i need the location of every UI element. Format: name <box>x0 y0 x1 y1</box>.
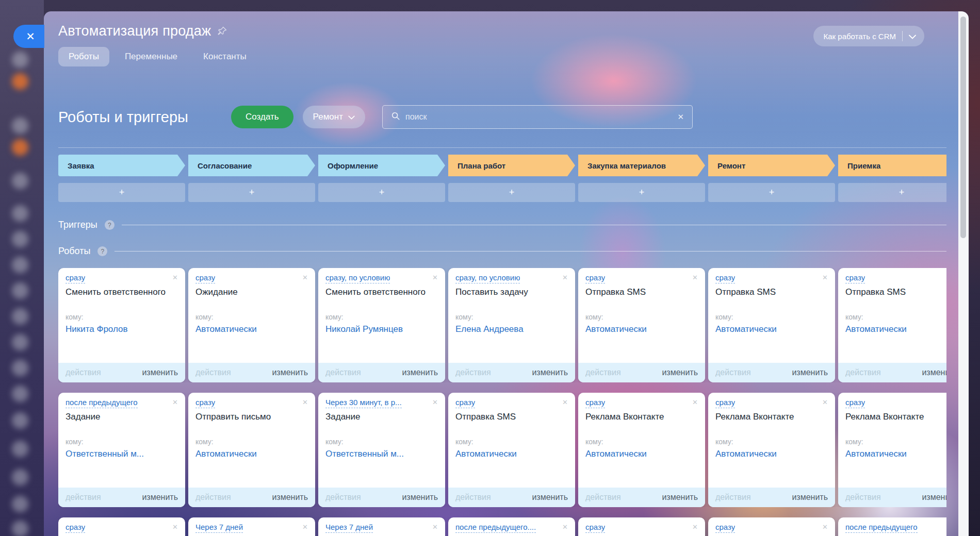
robot-assignee-link[interactable]: Николай Румянцев <box>325 324 438 334</box>
robot-actions-link[interactable]: действия <box>715 493 751 502</box>
robot-actions-link[interactable]: действия <box>325 493 361 502</box>
robot-actions-link[interactable]: действия <box>195 493 231 502</box>
robot-trigger-link[interactable]: сразу, по условию <box>325 273 390 283</box>
robot-trigger-link[interactable]: сразу <box>715 273 735 283</box>
close-icon[interactable]: ✕ <box>822 398 828 406</box>
robot-trigger-link[interactable]: сразу <box>585 398 605 408</box>
robot-edit-link[interactable]: изменить <box>532 493 568 502</box>
close-icon[interactable]: ✕ <box>432 523 438 530</box>
close-icon[interactable]: ✕ <box>172 273 178 281</box>
robot-actions-link[interactable]: действия <box>585 493 621 502</box>
robot-assignee-link[interactable]: Автоматически <box>845 449 946 459</box>
robot-actions-link[interactable]: действия <box>66 493 101 502</box>
robot-trigger-link[interactable]: сразу <box>715 523 735 533</box>
add-robot-button[interactable]: + <box>708 183 835 202</box>
robot-actions-link[interactable]: действия <box>455 493 491 502</box>
add-robot-button[interactable]: + <box>58 183 185 202</box>
robot-assignee-link[interactable]: Ответственный м... <box>66 449 178 459</box>
close-icon[interactable]: ✕ <box>172 398 178 406</box>
pin-icon[interactable] <box>217 26 227 38</box>
robot-trigger-link[interactable]: после предыдущего.... <box>455 523 536 533</box>
close-icon[interactable]: ✕ <box>692 398 698 406</box>
close-icon[interactable]: ✕ <box>172 523 178 530</box>
robot-assignee-link[interactable]: Автоматически <box>715 449 828 459</box>
robot-edit-link[interactable]: изменить <box>922 493 946 502</box>
close-icon[interactable]: ✕ <box>692 523 698 530</box>
tab-variables[interactable]: Переменные <box>115 47 188 66</box>
close-icon[interactable]: ✕ <box>302 523 308 530</box>
create-button[interactable]: Создать <box>231 106 293 128</box>
scrollbar-track[interactable] <box>958 11 969 536</box>
stage-oformlenie[interactable]: Оформление <box>318 155 445 176</box>
robot-trigger-link[interactable]: сразу <box>195 398 215 408</box>
robot-edit-link[interactable]: изменить <box>272 368 308 377</box>
robot-trigger-link[interactable]: сразу <box>715 398 735 408</box>
close-icon[interactable]: ✕ <box>692 273 698 281</box>
add-robot-button[interactable]: + <box>318 183 445 202</box>
robot-edit-link[interactable]: изменить <box>922 368 946 377</box>
robot-assignee-link[interactable]: Ответственный м... <box>325 449 438 459</box>
close-icon[interactable]: ✕ <box>432 398 438 406</box>
robot-edit-link[interactable]: изменить <box>532 368 568 377</box>
stage-priemka[interactable]: Приемка <box>838 155 946 176</box>
robot-trigger-link[interactable]: сразу <box>66 273 85 283</box>
robot-actions-link[interactable]: действия <box>845 493 881 502</box>
robot-trigger-link[interactable]: сразу <box>845 273 865 283</box>
help-question-icon[interactable]: ? <box>97 246 107 256</box>
add-robot-button[interactable]: + <box>448 183 575 202</box>
robot-trigger-link[interactable]: после предыдущего <box>845 523 918 533</box>
robot-assignee-link[interactable]: Автоматически <box>715 324 828 334</box>
robot-assignee-link[interactable]: Автоматически <box>195 324 308 334</box>
robot-assignee-link[interactable]: Автоматически <box>585 324 698 334</box>
robot-edit-link[interactable]: изменить <box>792 368 828 377</box>
robot-assignee-link[interactable]: Никита Фролов <box>66 324 178 334</box>
robot-assignee-link[interactable]: Автоматически <box>585 449 698 459</box>
robot-actions-link[interactable]: действия <box>455 368 491 377</box>
help-question-icon[interactable]: ? <box>105 220 115 230</box>
add-robot-button[interactable]: + <box>578 183 705 202</box>
tab-robots[interactable]: Роботы <box>58 47 109 66</box>
robot-edit-link[interactable]: изменить <box>792 493 828 502</box>
add-robot-button[interactable]: + <box>838 183 946 202</box>
robot-edit-link[interactable]: изменить <box>142 368 178 377</box>
stage-remont[interactable]: Ремонт <box>708 155 835 176</box>
stage-zakupka-materialov[interactable]: Закупка материалов <box>578 155 705 176</box>
search-clear-icon[interactable]: ✕ <box>677 112 684 122</box>
how-to-work-with-crm-button[interactable]: Как работать с CRM <box>813 26 925 46</box>
close-panel-button[interactable]: ✕ <box>13 25 44 48</box>
close-icon[interactable]: ✕ <box>562 523 568 530</box>
robot-edit-link[interactable]: изменить <box>142 493 178 502</box>
robot-assignee-link[interactable]: Автоматически <box>455 449 568 459</box>
robot-actions-link[interactable]: действия <box>845 368 881 377</box>
robot-trigger-link[interactable]: Через 7 дней <box>195 523 243 533</box>
robot-trigger-link[interactable]: после предыдущего <box>66 398 138 408</box>
robot-actions-link[interactable]: действия <box>715 368 751 377</box>
robot-trigger-link[interactable]: сразу <box>845 398 865 408</box>
robot-actions-link[interactable]: действия <box>325 368 361 377</box>
robot-actions-link[interactable]: действия <box>195 368 231 377</box>
robot-trigger-link[interactable]: Через 7 дней <box>325 523 373 533</box>
robot-trigger-link[interactable]: сразу <box>66 523 85 533</box>
stage-plana-rabot[interactable]: Плана работ <box>448 155 575 176</box>
robot-edit-link[interactable]: изменить <box>662 368 698 377</box>
robot-trigger-link[interactable]: сразу <box>585 273 605 283</box>
robot-trigger-link[interactable]: сразу <box>195 273 215 283</box>
close-icon[interactable]: ✕ <box>302 398 308 406</box>
close-icon[interactable]: ✕ <box>562 398 568 406</box>
robot-assignee-link[interactable]: Автоматически <box>195 449 308 459</box>
search-input[interactable] <box>405 112 672 122</box>
robot-trigger-link[interactable]: сразу, по условию <box>455 273 520 283</box>
tab-constants[interactable]: Константы <box>193 47 257 66</box>
scrollbar-thumb[interactable] <box>960 16 966 238</box>
stage-zayavka[interactable]: Заявка <box>58 155 185 176</box>
close-icon[interactable]: ✕ <box>822 523 828 530</box>
stage-filter-dropdown[interactable]: Ремонт <box>303 106 365 128</box>
robot-assignee-link[interactable]: Елена Андреева <box>455 324 568 334</box>
close-icon[interactable]: ✕ <box>822 273 828 281</box>
stage-soglasovanie[interactable]: Согласование <box>188 155 315 176</box>
close-icon[interactable]: ✕ <box>302 273 308 281</box>
robot-assignee-link[interactable]: Автоматически <box>845 324 946 334</box>
robot-actions-link[interactable]: действия <box>585 368 621 377</box>
robot-trigger-link[interactable]: сразу <box>585 523 605 533</box>
robot-trigger-link[interactable]: Через 30 минут, в р... <box>325 398 402 408</box>
